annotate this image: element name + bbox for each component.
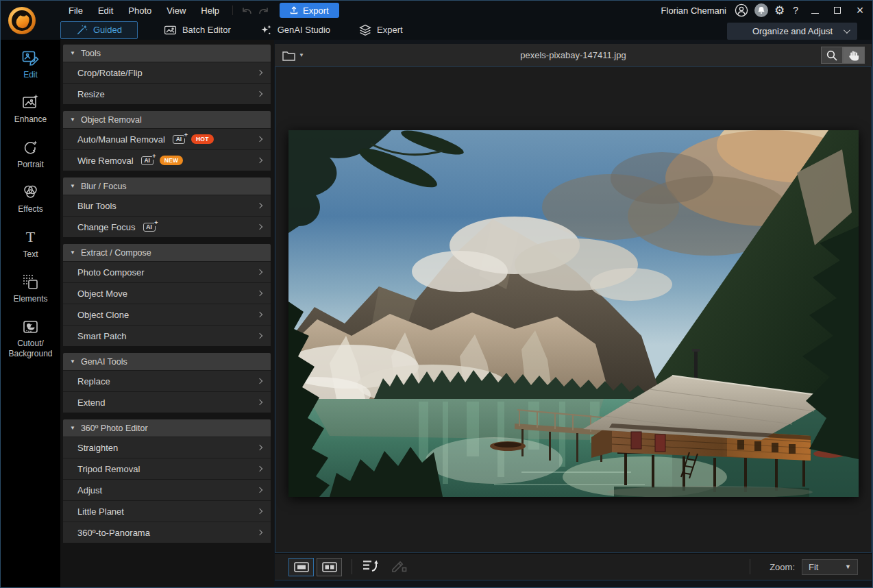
- mode-tabbar: GuidedBatch EditorGenAI StudioExpert Org…: [1, 20, 872, 40]
- tab-batch-editor[interactable]: Batch Editor: [154, 21, 241, 39]
- close-button[interactable]: ×: [852, 3, 868, 18]
- sidebar-item-edit[interactable]: Edit: [21, 49, 40, 79]
- sidebar-item-enhance[interactable]: Enhance: [14, 93, 47, 124]
- section-header-360-photo-editor[interactable]: ▼360º Photo Editor: [63, 419, 271, 437]
- panel-section-tools: ▼ToolsCrop/Rotate/FlipResize: [63, 45, 271, 104]
- collapse-triangle-icon: ▼: [70, 358, 75, 365]
- section-header-genai-tools[interactable]: ▼GenAI Tools: [63, 353, 271, 370]
- pencil-icon: [391, 559, 407, 572]
- chevron-right-icon: [257, 136, 262, 142]
- tab-expert[interactable]: Expert: [349, 21, 413, 39]
- panel-item-photo-composer[interactable]: Photo Composer: [63, 261, 271, 282]
- panel-item-label: Object Move: [77, 289, 127, 299]
- edit-adjustments-button[interactable]: [391, 559, 407, 575]
- menu-help[interactable]: Help: [193, 5, 227, 16]
- panel-item-auto-manual-removal[interactable]: Auto/Manual RemovalAIHOT: [63, 128, 271, 149]
- panel-item-object-clone[interactable]: Object Clone: [63, 304, 271, 325]
- chevron-right-icon: [257, 269, 262, 275]
- section-header-extract-compose[interactable]: ▼Extract / Compose: [63, 244, 271, 261]
- settings-button[interactable]: ⚙: [774, 5, 785, 16]
- section-title: GenAI Tools: [81, 357, 127, 367]
- apply-adjustments-button[interactable]: [362, 559, 380, 576]
- enhance-icon: [21, 93, 40, 112]
- zoom-dropdown[interactable]: Fit ▼: [802, 559, 858, 575]
- panel-item-object-move[interactable]: Object Move: [63, 282, 271, 304]
- section-header-tools[interactable]: ▼Tools: [63, 45, 271, 62]
- notifications-button[interactable]: [754, 3, 768, 17]
- panel-item-wire-removal[interactable]: Wire RemovalAINEW: [63, 149, 271, 171]
- tab-label: Batch Editor: [182, 25, 231, 35]
- tab-guided[interactable]: Guided: [60, 21, 138, 39]
- panel-item-smart-patch[interactable]: Smart Patch: [63, 325, 271, 346]
- maximize-icon: [834, 7, 841, 14]
- panel-item-label: Straighten: [77, 443, 118, 453]
- section-title: Blur / Focus: [81, 182, 127, 191]
- pan-tool-button[interactable]: [843, 47, 865, 64]
- single-view-button[interactable]: [288, 558, 314, 576]
- redo-button[interactable]: [255, 4, 271, 16]
- export-icon: [290, 6, 298, 14]
- collapse-triangle-icon: ▼: [70, 117, 75, 123]
- export-button[interactable]: Export: [280, 3, 339, 18]
- workspace-dropdown[interactable]: Organize and Adjust: [727, 23, 857, 40]
- canvas-viewport[interactable]: [275, 66, 872, 553]
- panel-item-blur-tools[interactable]: Blur Tools: [63, 195, 271, 216]
- sidebar-item-cutout-background[interactable]: Cutout/ Background: [8, 317, 52, 358]
- panel-item-tripod-removal[interactable]: Tripod Removal: [63, 458, 271, 479]
- workspace-dropdown-value: Organize and Adjust: [752, 26, 833, 36]
- hot-badge: HOT: [191, 134, 214, 144]
- app-logo-icon[interactable]: [8, 7, 36, 34]
- zoom-tool-button[interactable]: [821, 47, 843, 64]
- browse-folder-button[interactable]: ▼: [282, 49, 304, 62]
- panel-item-straighten[interactable]: Straighten: [63, 437, 271, 458]
- redo-icon: [258, 5, 269, 16]
- magic-wand-icon: [76, 24, 88, 36]
- account-button[interactable]: [735, 3, 748, 17]
- statusbar-divider: [352, 559, 352, 574]
- sidebar-item-portrait[interactable]: Portrait: [17, 138, 44, 169]
- effects-icon: [21, 183, 40, 201]
- export-label: Export: [303, 5, 329, 16]
- compare-view-button[interactable]: [317, 558, 342, 576]
- close-icon: ×: [857, 4, 864, 16]
- ai-plus-badge-icon: AI: [141, 156, 153, 165]
- panel-item-adjust[interactable]: Adjust: [63, 479, 271, 500]
- maximize-button[interactable]: [829, 3, 846, 18]
- menu-edit[interactable]: Edit: [90, 5, 121, 16]
- panel-item-label: Blur Tools: [77, 201, 116, 211]
- sidebar-item-label: Text: [23, 249, 38, 259]
- hand-icon: [848, 49, 859, 61]
- minimize-button[interactable]: [807, 3, 823, 18]
- sidebar-item-label: Cutout/ Background: [8, 339, 52, 358]
- section-header-blur-focus[interactable]: ▼Blur / Focus: [63, 177, 271, 195]
- panel-item-resize[interactable]: Resize: [63, 83, 271, 104]
- chevron-right-icon: [257, 91, 262, 97]
- chevron-down-icon: [844, 27, 850, 34]
- menu-file[interactable]: File: [61, 5, 90, 16]
- panel-item-extend[interactable]: Extend: [63, 391, 271, 413]
- sidebar-item-effects[interactable]: Effects: [18, 183, 42, 214]
- panel-item-change-focus[interactable]: Change FocusAI: [63, 216, 271, 237]
- menu-photo[interactable]: Photo: [121, 5, 159, 16]
- canvas-column: pexels-pixabay-147411.jpg ▼: [274, 40, 872, 587]
- panel-item-crop-rotate-flip[interactable]: Crop/Rotate/Flip: [63, 62, 271, 83]
- sidebar-item-text[interactable]: TText: [21, 228, 40, 259]
- panel-item-little-planet[interactable]: Little Planet: [63, 500, 271, 522]
- panel-item-label: Auto/Manual Removal: [77, 134, 165, 145]
- sidebar-item-label: Edit: [23, 70, 38, 79]
- chevron-right-icon: [257, 466, 262, 471]
- menu-view[interactable]: View: [159, 5, 193, 16]
- panel-section-extract-compose: ▼Extract / ComposePhoto ComposerObject M…: [63, 244, 271, 346]
- undo-button[interactable]: [238, 4, 255, 16]
- chevron-right-icon: [257, 224, 262, 230]
- tab-genai-studio[interactable]: GenAI Studio: [250, 21, 340, 39]
- panel-item-replace[interactable]: Replace: [63, 370, 271, 391]
- chevron-right-icon: [257, 400, 262, 405]
- sidebar-item-elements[interactable]: Elements: [13, 273, 47, 304]
- panel-item-360-to-panorama[interactable]: 360º-to-Panorama: [63, 522, 271, 543]
- genai-sparkle-icon: [260, 24, 272, 36]
- sidebar-item-label: Effects: [18, 204, 42, 214]
- sidebar-item-label: Enhance: [14, 114, 47, 124]
- help-button[interactable]: ?: [791, 5, 800, 16]
- section-header-object-removal[interactable]: ▼Object Removal: [63, 111, 271, 128]
